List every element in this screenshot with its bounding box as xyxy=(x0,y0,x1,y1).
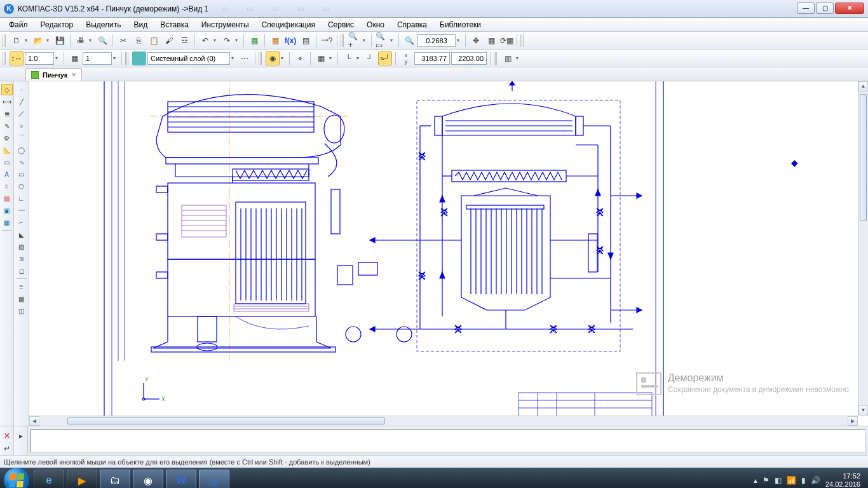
start-button[interactable] xyxy=(4,468,29,488)
layer-dropdown[interactable]: ▾ xyxy=(231,55,236,61)
tray-show-hidden-icon[interactable]: ▴ xyxy=(754,476,757,485)
properties-button[interactable]: ☲ xyxy=(177,34,191,48)
coord-y-input[interactable] xyxy=(451,52,487,65)
open-button[interactable]: 📂 xyxy=(31,34,45,48)
segment-tool-button[interactable]: ／ xyxy=(16,108,27,119)
step-input[interactable] xyxy=(83,52,112,65)
redo-dropdown[interactable]: ▾ xyxy=(235,37,240,43)
arc-tool-button[interactable]: ⌒ xyxy=(16,132,27,144)
copy-button[interactable]: ⎘ xyxy=(132,34,146,48)
format-painter-button[interactable]: 🖌 xyxy=(162,34,176,48)
views-dropdown[interactable]: ▾ xyxy=(516,55,521,61)
drawing-canvas[interactable]: Y X Деморежим Сохранение документа в дем… xyxy=(29,81,868,426)
vertical-scrollbar[interactable]: ▲ ▼ xyxy=(858,81,868,416)
ortho-ucs-button[interactable]: └ xyxy=(341,51,355,65)
calculator-button[interactable]: ▤ xyxy=(299,34,313,48)
menu-select[interactable]: Выделить xyxy=(79,19,127,30)
zoom-in-button[interactable]: 🔍+ xyxy=(348,34,362,48)
show-all-button[interactable]: ▦ xyxy=(484,34,498,48)
zoom-out-button[interactable]: 🔍 xyxy=(402,34,416,48)
zoom-value-dropdown[interactable]: ▾ xyxy=(457,37,462,43)
point-tool-button[interactable]: · xyxy=(16,84,27,95)
library-manager-button[interactable]: ▦ xyxy=(247,34,261,48)
task-media[interactable]: ▶ xyxy=(67,470,97,488)
undo-dropdown[interactable]: ▾ xyxy=(214,37,219,43)
notes-panel-button[interactable]: ≣ xyxy=(1,108,13,119)
redraw-button[interactable]: ⟳▦ xyxy=(499,34,513,48)
pan-button[interactable]: ✥ xyxy=(469,34,483,48)
print-button[interactable]: 🖶 xyxy=(74,34,88,48)
step-dropdown[interactable]: ▾ xyxy=(113,55,118,61)
snap-dropdown[interactable]: ▾ xyxy=(281,55,286,61)
scale-dropdown[interactable]: ▾ xyxy=(55,55,60,61)
edit-panel-button[interactable]: ✎ xyxy=(1,120,13,132)
ortho-ucs-dropdown[interactable]: ▾ xyxy=(356,55,362,61)
tray-volume-icon[interactable]: 🔊 xyxy=(811,476,820,485)
coord-x-input[interactable] xyxy=(414,52,450,65)
document-tab[interactable]: Пинчук ✕ xyxy=(25,68,82,81)
task-ie[interactable]: e xyxy=(34,470,64,488)
zoom-fit-button[interactable]: 🔍▭ xyxy=(375,34,389,48)
toolbar-grip[interactable] xyxy=(3,52,6,65)
zoom-in-dropdown[interactable]: ▾ xyxy=(363,37,368,43)
auto-create-button[interactable]: ↵ xyxy=(0,443,14,456)
aux-line-tool-button[interactable]: ╱ xyxy=(16,96,27,107)
task-chrome[interactable]: ◉ xyxy=(133,470,163,488)
scroll-left-arrow[interactable]: ◀ xyxy=(29,416,39,426)
assoc-views-button[interactable]: A xyxy=(1,168,13,180)
menu-view[interactable]: Вид xyxy=(128,19,154,30)
zoom-value-input[interactable] xyxy=(417,34,456,47)
bezier-tool-button[interactable]: 〰 xyxy=(16,205,27,216)
cut-button[interactable]: ✂ xyxy=(116,34,130,48)
print-dropdown[interactable]: ▾ xyxy=(89,37,94,43)
scroll-down-arrow[interactable]: ▼ xyxy=(858,405,868,416)
tab-close-icon[interactable]: ✕ xyxy=(71,71,76,78)
layer-manager-button[interactable]: ⋯ xyxy=(238,51,252,65)
open-dropdown[interactable]: ▾ xyxy=(46,37,51,43)
grid-button[interactable]: ▦ xyxy=(314,51,328,65)
chamfer-tool-button[interactable]: ◣ xyxy=(16,229,27,240)
toolbar-grip[interactable] xyxy=(125,52,129,65)
ellipse-tool-button[interactable]: ◯ xyxy=(16,144,27,156)
minimize-button[interactable]: — xyxy=(797,3,815,14)
close-button[interactable]: ✕ xyxy=(835,3,864,14)
menu-tools[interactable]: Инструменты xyxy=(195,19,255,30)
toolbar-grip[interactable] xyxy=(341,34,344,47)
measure-panel-button[interactable]: 📐 xyxy=(1,144,13,156)
polygon-tool-button[interactable]: ⬡ xyxy=(16,180,27,192)
task-explorer[interactable]: 🗂 xyxy=(100,470,130,488)
csys-button[interactable]: ⌖ xyxy=(293,51,307,65)
spline-tool-button[interactable]: ∿ xyxy=(16,156,27,168)
tray-action-center-icon[interactable]: ◧ xyxy=(775,476,782,485)
help-pointer-button[interactable]: ⭢? xyxy=(320,34,334,48)
dims-panel-button[interactable]: ⟷ xyxy=(1,96,13,107)
toolbar-grip[interactable] xyxy=(3,34,6,47)
new-doc-button[interactable]: 🗋 xyxy=(10,34,24,48)
undo-button[interactable]: ↶ xyxy=(198,34,212,48)
zoom-fit-dropdown[interactable]: ▾ xyxy=(390,37,395,43)
select-panel-button[interactable]: ▭ xyxy=(1,156,13,168)
menu-service[interactable]: Сервис xyxy=(322,19,360,30)
views-manage-button[interactable]: ▥ xyxy=(501,51,515,65)
equidistant-tool-button[interactable]: ≋ xyxy=(16,253,27,264)
layer-select[interactable] xyxy=(147,52,230,65)
menu-help[interactable]: Справка xyxy=(391,19,433,30)
extra-tool-1[interactable]: ≡ xyxy=(16,281,27,292)
stop-command-button[interactable]: ⨯ xyxy=(0,429,14,442)
parameter-input-area[interactable] xyxy=(31,429,865,452)
scroll-thumb-v[interactable] xyxy=(860,94,867,221)
rect-tool-button[interactable]: ▭ xyxy=(16,168,27,180)
menu-file[interactable]: Файл xyxy=(3,19,34,30)
constructs-panel-button[interactable]: ▦ xyxy=(1,217,13,228)
insert-panel-button[interactable]: ▣ xyxy=(1,205,13,216)
print-preview-button[interactable]: 🔍 xyxy=(95,34,109,48)
ortho-button[interactable]: ┘ xyxy=(363,51,377,65)
menu-insert[interactable]: Вставка xyxy=(154,19,195,30)
contour-tool-button[interactable]: ◻ xyxy=(16,265,27,276)
snap-toggle-button[interactable]: ◉ xyxy=(266,51,280,65)
extra-tool-2[interactable]: ▦ xyxy=(16,293,27,304)
toolbar-grip[interactable] xyxy=(259,52,262,65)
extra-tool-3[interactable]: ◫ xyxy=(16,305,27,316)
fx-button[interactable]: f(x) xyxy=(283,34,297,48)
spec-panel-button[interactable]: ⊧ xyxy=(1,180,13,192)
